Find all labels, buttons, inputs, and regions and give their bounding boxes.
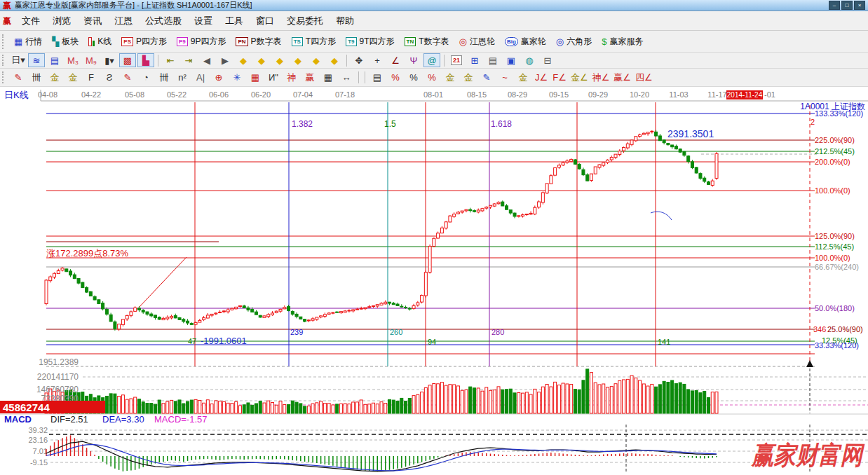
menu-窗口[interactable]: 窗口 — [250, 13, 280, 29]
candle-body — [219, 312, 222, 312]
ying-tool[interactable]: 赢 — [301, 71, 318, 85]
comb-lines-tool[interactable]: 卌 — [28, 71, 45, 85]
diamond-expand-button[interactable]: ◆ — [326, 53, 343, 67]
diamond-compress-button[interactable]: ◆ — [308, 53, 325, 67]
gold-ratio-tool-2[interactable]: 金 — [65, 71, 81, 85]
spiral-shape-tool[interactable]: Ƨ — [101, 71, 118, 85]
f-angle-tool[interactable]: F∠ — [551, 71, 568, 85]
winner-wheel-button[interactable]: Big赢家轮 — [500, 34, 551, 50]
t-number-table-button[interactable]: TNT数字表 — [400, 34, 454, 50]
calendar-21-button[interactable]: 21 — [448, 53, 465, 67]
j-angle-tool[interactable]: J∠ — [533, 71, 550, 85]
f-grid-tool[interactable]: F — [83, 71, 100, 85]
wave-red-tool[interactable]: ~ — [496, 71, 513, 85]
draw-pen-tool[interactable]: ✎ — [10, 71, 27, 85]
calculator-button[interactable]: ⊞ — [466, 53, 483, 67]
volume-bar — [364, 404, 367, 413]
diamond-step-left-button[interactable]: ◆ — [235, 53, 252, 67]
toolbar-grip — [2, 55, 6, 65]
shen-tool[interactable]: 神 — [283, 71, 300, 85]
angle-tool-button[interactable]: ∠ — [387, 53, 404, 67]
remote-button[interactable]: ⊟ — [539, 53, 556, 67]
percent-line-tool[interactable]: % — [423, 71, 440, 85]
prev-bar-button[interactable]: ◀ — [198, 53, 215, 67]
hand-tool-button[interactable]: ✥ — [351, 53, 367, 67]
menu-江恩[interactable]: 江恩 — [108, 13, 139, 29]
9t-square-button[interactable]: T99T四方形 — [341, 34, 399, 50]
si-angle-tool[interactable]: 四∠ — [634, 71, 654, 85]
gold-angle-tool[interactable]: 金∠ — [569, 71, 590, 85]
candle-body — [287, 307, 290, 311]
gann-wheel-button[interactable]: ◎江恩轮 — [454, 34, 500, 50]
9p-square-button[interactable]: P99P四方形 — [172, 34, 231, 50]
last-bar-button[interactable]: ⇥ — [180, 53, 197, 67]
candle-style-dropdown[interactable]: ▮▾ — [101, 53, 118, 67]
spiral-tool-button[interactable]: @ — [423, 53, 440, 67]
ying-angle-tool[interactable]: 赢∠ — [612, 71, 632, 85]
quote-mark-tool[interactable]: И" — [265, 71, 282, 85]
p-number-table-button[interactable]: PNP数字表 — [231, 34, 286, 50]
shen-angle-tool[interactable]: 神∠ — [591, 71, 611, 85]
width-measure-tool[interactable]: ↔ — [338, 71, 355, 85]
next-bar-button[interactable]: ▶ — [217, 53, 233, 67]
percent-plain-tool[interactable]: % — [405, 71, 422, 85]
wave-9-icon[interactable]: M₉ — [83, 53, 100, 67]
red-grid-icon[interactable]: ▩ — [119, 53, 136, 67]
hexagon-button[interactable]: ◎六角形 — [551, 34, 597, 50]
network-button[interactable]: ◍ — [521, 53, 538, 67]
candle-body — [674, 146, 677, 149]
quotes-button[interactable]: ▦行情 — [9, 34, 47, 50]
maximize-button[interactable]: □ — [841, 1, 853, 10]
candle-body — [118, 324, 121, 329]
gold-line-tool[interactable]: 金 — [460, 71, 477, 85]
winner-service-button[interactable]: $赢家服务 — [597, 34, 648, 50]
candle-body — [49, 277, 52, 281]
wave-3-icon[interactable]: M₃ — [65, 53, 81, 67]
fork-tool-button[interactable]: Ψ — [405, 53, 422, 67]
menu-文件[interactable]: 文件 — [15, 13, 46, 29]
t-square-button[interactable]: TST四方形 — [287, 34, 341, 50]
scale-percent-tool[interactable]: ▤ — [369, 71, 386, 85]
volume-bar — [109, 394, 112, 413]
zigzag-chart-icon[interactable]: ≋ — [28, 53, 45, 67]
volume-bar — [255, 404, 257, 413]
grid-123-tool[interactable]: ▦ — [320, 71, 337, 85]
n-square-tool[interactable]: n² — [174, 71, 191, 85]
first-bar-button[interactable]: ⇤ — [162, 53, 179, 67]
grid-target-tool[interactable]: ▦ — [247, 71, 264, 85]
comb2-tool[interactable]: 卌 — [156, 71, 172, 85]
diamond-cross-button[interactable]: ◆ — [290, 53, 306, 67]
gold-ratio-tool-1[interactable]: 金 — [46, 71, 63, 85]
kline-button[interactable]: K线 — [83, 34, 116, 50]
notes-button[interactable]: ▤ — [484, 53, 501, 67]
volume-profile-icon[interactable]: ▙ — [137, 53, 154, 67]
close-button[interactable]: × — [854, 1, 865, 10]
diamond-split-button[interactable]: ◆ — [271, 53, 288, 67]
a-mirror-tool[interactable]: A| — [192, 71, 209, 85]
menu-浏览[interactable]: 浏览 — [46, 13, 77, 29]
volume-bar — [501, 390, 504, 413]
kline-period-dropdown[interactable]: 日▾ — [10, 53, 27, 67]
red-pen-tool[interactable]: ✎ — [119, 71, 136, 85]
target-tool[interactable]: ⊕ — [210, 71, 227, 85]
gold-circle-tool[interactable]: 金 — [442, 71, 459, 85]
menu-交易委托[interactable]: 交易委托 — [280, 13, 330, 29]
menu-工具[interactable]: 工具 — [219, 13, 250, 29]
diamond-step-right-button[interactable]: ◆ — [253, 53, 270, 67]
gold-red-line-tool[interactable]: 金 — [515, 71, 531, 85]
menu-公式选股[interactable]: 公式选股 — [139, 13, 188, 29]
menu-帮助[interactable]: 帮助 — [330, 13, 360, 29]
pen-mark-tool[interactable]: ✎ — [478, 71, 495, 85]
percent-red-tool[interactable]: % — [387, 71, 404, 85]
blocks-button[interactable]: ▚板块 — [47, 34, 83, 50]
save-button[interactable]: ▣ — [503, 53, 520, 67]
menu-设置[interactable]: 设置 — [188, 13, 219, 29]
info-document-icon[interactable]: ▤ — [46, 53, 63, 67]
p-square-button[interactable]: PSP四方形 — [116, 34, 172, 50]
chart-canvas[interactable]: 日K线04-0804-2205-0805-2206-0606-2007-0407… — [0, 88, 868, 475]
star-burst-tool[interactable]: ✳ — [229, 71, 245, 85]
clock-cycle-tool[interactable]: ◔ — [137, 71, 154, 85]
minimize-button[interactable]: – — [829, 1, 840, 10]
menu-资讯[interactable]: 资讯 — [77, 13, 108, 29]
crosshair-tool-button[interactable]: + — [369, 53, 386, 67]
